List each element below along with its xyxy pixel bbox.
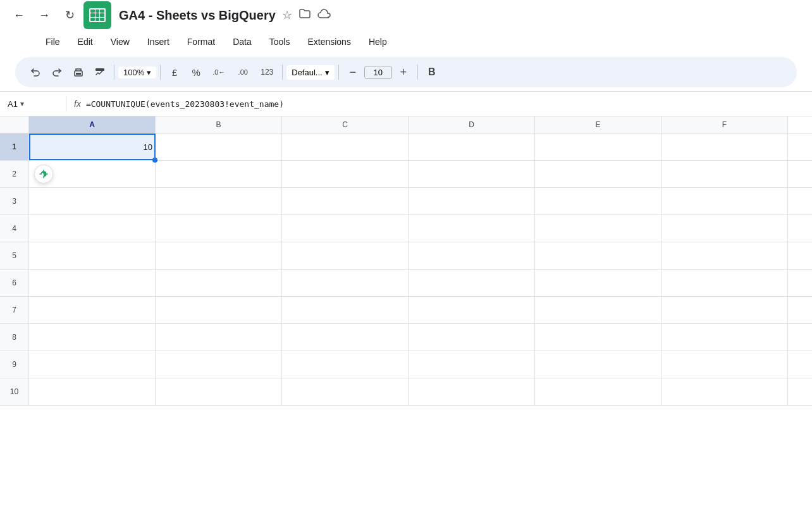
col-header-e[interactable]: E [535, 116, 661, 133]
cell-e5[interactable] [535, 242, 661, 269]
cell-e9[interactable] [535, 351, 661, 378]
col-header-d[interactable]: D [409, 116, 535, 133]
cell-c10[interactable] [282, 378, 409, 405]
font-size-input[interactable]: 10 [364, 66, 392, 79]
cell-c6[interactable] [282, 270, 409, 296]
cell-f8[interactable] [661, 324, 788, 351]
menu-help[interactable]: Help [361, 34, 395, 49]
cell-d9[interactable] [409, 351, 535, 378]
cell-c8[interactable] [282, 324, 409, 351]
cell-d8[interactable] [409, 324, 535, 351]
cell-e6[interactable] [535, 270, 661, 296]
cell-b4[interactable] [156, 215, 282, 242]
cell-f5[interactable] [661, 242, 788, 269]
menu-extensions[interactable]: Extensions [300, 34, 358, 49]
cell-d5[interactable] [409, 242, 535, 269]
cell-d3[interactable] [409, 188, 535, 215]
decimal-increase-button[interactable]: .00 [231, 62, 254, 82]
cell-a5[interactable] [29, 242, 156, 269]
row-header-3[interactable]: 3 [0, 188, 29, 215]
formula-content[interactable]: =COUNTUNIQUE(events_20230803!event_name) [86, 99, 284, 109]
menu-edit[interactable]: Edit [70, 34, 101, 49]
fill-handle[interactable] [152, 158, 157, 163]
cell-a6[interactable] [29, 270, 156, 296]
col-header-b[interactable]: B [156, 116, 282, 133]
cell-d7[interactable] [409, 297, 535, 323]
cell-e1[interactable] [535, 134, 661, 160]
currency-button[interactable]: £ [164, 62, 185, 82]
cell-b5[interactable] [156, 242, 282, 269]
font-family-dropdown[interactable]: Defaul... ▾ [286, 65, 334, 80]
zoom-control[interactable]: 100% ▾ [118, 66, 156, 78]
cell-d1[interactable] [409, 134, 535, 160]
decimal-decrease-button[interactable]: .0← [207, 62, 230, 82]
back-button[interactable]: ← [10, 6, 28, 24]
row-header-1[interactable]: 1 [0, 134, 29, 160]
cell-c9[interactable] [282, 351, 409, 378]
cell-b3[interactable] [156, 188, 282, 215]
cell-a3[interactable] [29, 188, 156, 215]
cell-e8[interactable] [535, 324, 661, 351]
menu-format[interactable]: Format [180, 34, 223, 49]
cell-f3[interactable] [661, 188, 788, 215]
cell-c2[interactable] [282, 161, 409, 187]
cell-f10[interactable] [661, 378, 788, 405]
cell-e7[interactable] [535, 297, 661, 323]
row-header-9[interactable]: 9 [0, 351, 29, 378]
cell-c1[interactable] [282, 134, 409, 160]
cell-f1[interactable] [661, 134, 788, 160]
cell-c4[interactable] [282, 215, 409, 242]
cell-f7[interactable] [661, 297, 788, 323]
forward-button[interactable]: → [35, 6, 53, 24]
row-header-8[interactable]: 8 [0, 324, 29, 351]
cell-e2[interactable] [535, 161, 661, 187]
cell-d10[interactable] [409, 378, 535, 405]
star-icon[interactable]: ☆ [282, 8, 292, 22]
col-header-a[interactable]: A [29, 116, 156, 133]
cell-ref-dropdown-icon[interactable]: ▾ [20, 99, 24, 108]
row-header-5[interactable]: 5 [0, 242, 29, 269]
row-header-10[interactable]: 10 [0, 378, 29, 405]
cell-b2[interactable] [156, 161, 282, 187]
cell-b8[interactable] [156, 324, 282, 351]
cell-d4[interactable] [409, 215, 535, 242]
cell-b6[interactable] [156, 270, 282, 296]
cell-c3[interactable] [282, 188, 409, 215]
cell-f4[interactable] [661, 215, 788, 242]
col-header-c[interactable]: C [282, 116, 409, 133]
menu-data[interactable]: Data [225, 34, 259, 49]
bold-button[interactable]: B [422, 62, 442, 82]
cell-d6[interactable] [409, 270, 535, 296]
cell-c7[interactable] [282, 297, 409, 323]
cell-e3[interactable] [535, 188, 661, 215]
row-header-6[interactable]: 6 [0, 270, 29, 296]
cell-e10[interactable] [535, 378, 661, 405]
select-all-button[interactable] [0, 116, 29, 133]
cell-a10[interactable] [29, 378, 156, 405]
cell-b10[interactable] [156, 378, 282, 405]
refresh-button[interactable]: ↻ [61, 6, 78, 24]
cloud-icon[interactable] [317, 9, 331, 22]
cell-b7[interactable] [156, 297, 282, 323]
menu-insert[interactable]: Insert [140, 34, 177, 49]
cell-a1[interactable]: 10 [29, 134, 156, 160]
redo-button[interactable] [47, 62, 67, 82]
font-size-increase-button[interactable]: + [393, 62, 414, 82]
cell-f6[interactable] [661, 270, 788, 296]
cell-d2[interactable] [409, 161, 535, 187]
cell-a8[interactable] [29, 324, 156, 351]
cell-e4[interactable] [535, 215, 661, 242]
cell-reference[interactable]: A1 ▾ [8, 99, 58, 109]
cell-b9[interactable] [156, 351, 282, 378]
cell-c5[interactable] [282, 242, 409, 269]
cell-f9[interactable] [661, 351, 788, 378]
cell-a9[interactable] [29, 351, 156, 378]
print-button[interactable] [68, 62, 89, 82]
undo-button[interactable] [25, 62, 46, 82]
row-header-2[interactable]: 2 [0, 161, 29, 187]
format-number-button[interactable]: 123 [255, 62, 278, 82]
row-header-7[interactable]: 7 [0, 297, 29, 323]
paint-format-button[interactable] [90, 62, 110, 82]
cell-b1[interactable] [156, 134, 282, 160]
col-header-f[interactable]: F [661, 116, 788, 133]
